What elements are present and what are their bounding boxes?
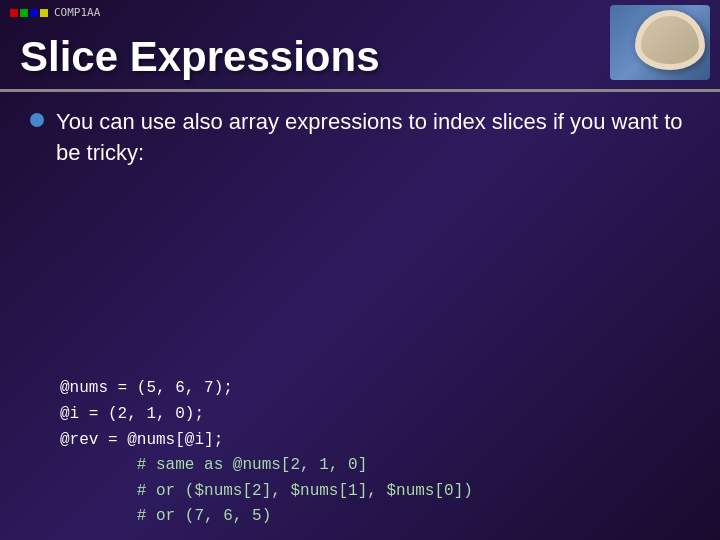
slide-title: Slice Expressions (20, 33, 700, 81)
code-line-2: @i = (2, 1, 0); (60, 402, 690, 428)
slide: COMP1AA Slide 14 Slice Expressions You c… (0, 0, 720, 540)
logo-area: COMP1AA (10, 6, 100, 19)
bullet-item: You can use also array expressions to in… (30, 107, 690, 169)
bullet-dot (30, 113, 44, 127)
code-comment-1: # same as @nums[2, 1, 0] (60, 453, 690, 479)
logo-text: COMP1AA (54, 6, 100, 19)
logo-box-b (30, 9, 38, 17)
content-area: You can use also array expressions to in… (0, 107, 720, 371)
bullet-text: You can use also array expressions to in… (56, 107, 690, 169)
logo-box-g (20, 9, 28, 17)
logo-box (10, 9, 48, 17)
code-comment-2: # or ($nums[2], $nums[1], $nums[0]) (60, 479, 690, 505)
logo-box-y (40, 9, 48, 17)
code-block: @nums = (5, 6, 7); @i = (2, 1, 0); @rev … (60, 376, 690, 530)
code-comment-3: # or (7, 6, 5) (60, 504, 690, 530)
code-line-1: @nums = (5, 6, 7); (60, 376, 690, 402)
code-line-3: @rev = @nums[@i]; (60, 428, 690, 454)
logo-box-r (10, 9, 18, 17)
pearl-image (610, 5, 710, 80)
